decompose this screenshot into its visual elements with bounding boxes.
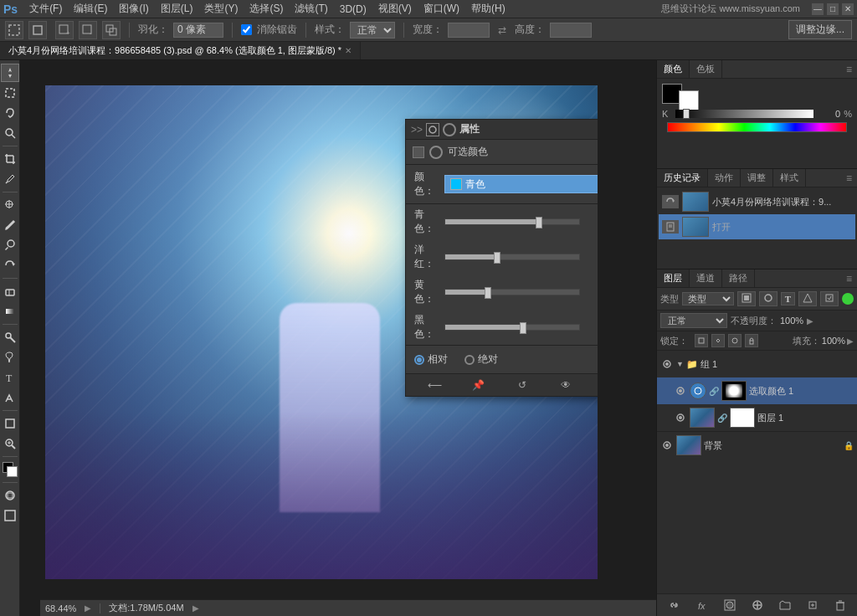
menu-window[interactable]: 窗口(W) (418, 0, 464, 18)
adjustments-tab[interactable]: 调整 (741, 169, 773, 187)
blend-mode-select[interactable]: 正常 (660, 313, 727, 328)
lasso-tool[interactable] (1, 104, 19, 122)
quick-mask-tool[interactable] (1, 486, 19, 505)
magenta-slider-thumb[interactable] (494, 252, 500, 264)
brush-tool[interactable] (1, 216, 19, 234)
rect-select-icon[interactable] (28, 21, 47, 39)
canvas-container[interactable]: >> 属性 ≡ (45, 85, 598, 579)
menu-3d[interactable]: 3D(D) (335, 2, 372, 17)
panel-check-icon[interactable] (413, 146, 424, 158)
link-layers-btn[interactable] (667, 598, 682, 613)
cyan-slider[interactable] (444, 218, 580, 225)
add-style-btn[interactable]: fx (695, 598, 710, 613)
absolute-radio[interactable]: 绝对 (464, 352, 498, 367)
black-slider-thumb[interactable] (520, 322, 526, 334)
tab-close-button[interactable]: ✕ (345, 46, 352, 55)
antialias-checkbox[interactable] (241, 24, 252, 35)
menu-view[interactable]: 视图(V) (373, 0, 417, 18)
menu-select[interactable]: 选择(S) (244, 0, 288, 18)
panel-visibility-icon[interactable] (426, 123, 439, 136)
minimize-button[interactable]: — (812, 3, 824, 15)
return-icon[interactable]: ⟵ (427, 377, 442, 393)
style-select[interactable]: 正常 (350, 22, 395, 38)
paths-tab[interactable]: 路径 (722, 270, 755, 287)
add-mask-btn[interactable] (722, 598, 737, 613)
filter-smart-icon[interactable] (820, 291, 839, 306)
actions-tab[interactable]: 动作 (708, 169, 741, 187)
background-color[interactable] (7, 466, 18, 477)
height-input[interactable] (550, 23, 592, 38)
magenta-slider[interactable] (444, 254, 580, 260)
yellow-slider[interactable] (444, 289, 580, 295)
delete-layer-btn[interactable] (833, 598, 848, 613)
background-swatch[interactable] (679, 90, 699, 110)
document-tab[interactable]: 小莫4月份网络培训课程：986658485 (3).psd @ 68.4% (选… (0, 42, 361, 59)
color-dropdown[interactable]: 青色 ▼ (444, 175, 598, 193)
group-expand-icon[interactable]: ▼ (676, 360, 684, 368)
filter-type-select[interactable]: 类型 (682, 292, 734, 305)
status-arrow-icon[interactable]: ▶ (192, 603, 199, 613)
foreground-background-colors[interactable] (3, 462, 18, 477)
refresh-icon[interactable]: ↺ (515, 377, 530, 393)
quick-select-tool[interactable] (1, 124, 19, 142)
group-visibility-icon[interactable] (660, 357, 674, 371)
pin-icon[interactable]: 📌 (471, 377, 486, 393)
history-item-0[interactable]: 小莫4月份网络培训课程：9... (659, 189, 855, 214)
new-adjustment-btn[interactable] (750, 598, 765, 613)
crop-tool[interactable] (1, 150, 19, 168)
zoom-expand-icon[interactable]: ▶ (85, 603, 91, 613)
eraser-tool[interactable] (1, 282, 19, 300)
layer1-visibility-icon[interactable] (674, 411, 687, 424)
menu-edit[interactable]: 编辑(E) (69, 0, 112, 18)
color-panel-menu-icon[interactable]: ≡ (841, 62, 857, 77)
canvas-image[interactable]: >> 属性 ≡ (45, 85, 598, 579)
lock-art-btn[interactable] (728, 334, 742, 347)
k-slider[interactable] (675, 110, 813, 118)
healing-brush-tool[interactable] (1, 196, 19, 214)
lock-pixels-btn[interactable] (695, 334, 708, 347)
subtract-icon[interactable]: - (79, 21, 97, 39)
k-slider-thumb[interactable] (683, 109, 690, 119)
background-layer-item[interactable]: 背景 🔒 (657, 432, 857, 459)
selective-color-visibility-icon[interactable] (674, 384, 687, 398)
filter-shape-icon[interactable] (798, 291, 817, 306)
gradient-tool[interactable] (1, 302, 19, 321)
background-visibility-icon[interactable] (660, 439, 674, 452)
history-panel-menu-icon[interactable]: ≡ (841, 171, 857, 186)
filter-text-icon[interactable]: T (781, 292, 795, 305)
cyan-slider-thumb[interactable] (536, 217, 542, 228)
fill-arrow-icon[interactable]: ▶ (847, 336, 854, 346)
new-layer-btn[interactable] (805, 598, 820, 613)
clone-stamp-tool[interactable] (1, 236, 19, 254)
swatches-tab[interactable]: 色板 (690, 60, 722, 78)
zoom-tool[interactable] (1, 434, 19, 453)
restore-button[interactable]: □ (827, 3, 839, 15)
eyedropper-tool[interactable] (1, 170, 19, 188)
history-brush-tool[interactable] (1, 256, 19, 275)
path-select-tool[interactable] (1, 388, 19, 407)
layers-panel-menu-icon[interactable]: ≡ (841, 271, 857, 286)
selective-color-layer[interactable]: 🔗 选取颜色 1 (657, 377, 857, 404)
styles-tab[interactable]: 样式 (773, 169, 806, 187)
intersect-icon[interactable] (102, 21, 121, 39)
lock-position-btn[interactable] (711, 334, 725, 347)
close-button[interactable]: ✕ (842, 3, 854, 15)
opacity-arrow-icon[interactable]: ▶ (807, 316, 813, 326)
text-tool[interactable]: T (1, 368, 19, 387)
history-item-1[interactable]: 打开 (659, 214, 855, 239)
history-tab[interactable]: 历史记录 (657, 169, 708, 187)
menu-help[interactable]: 帮助(H) (466, 0, 511, 18)
rainbow-color-bar[interactable] (667, 122, 847, 132)
marquee-tool[interactable] (1, 84, 19, 102)
visibility-icon[interactable]: 👁 (558, 377, 573, 393)
swap-icon[interactable]: ⇄ (498, 24, 506, 36)
layer-1-item[interactable]: 🔗 图层 1 (657, 404, 857, 431)
color-tab[interactable]: 颜色 (657, 60, 690, 78)
move-tool[interactable] (1, 64, 19, 82)
adjust-edge-button[interactable]: 调整边缘... (788, 20, 852, 39)
pen-tool[interactable] (1, 348, 19, 367)
dodge-tool[interactable] (1, 328, 19, 346)
menu-file[interactable]: 文件(F) (24, 0, 67, 18)
filter-pixel-icon[interactable] (737, 291, 756, 306)
panel-expand-icon[interactable]: >> (411, 124, 423, 136)
